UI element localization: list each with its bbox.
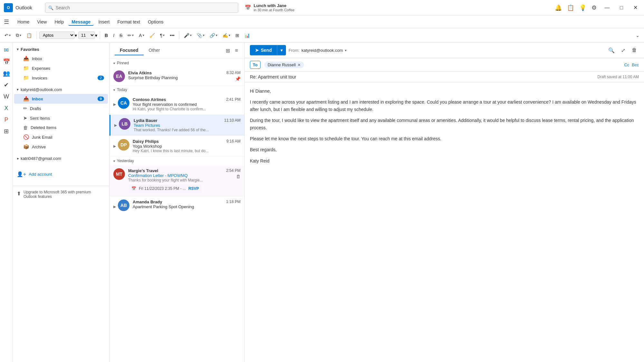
sidebar-item-deleted[interactable]: 🗑 Deleted Items xyxy=(14,123,108,132)
avatar-contoso: CA xyxy=(118,97,129,109)
email-meta-amanda: 1:18 PM xyxy=(226,200,241,204)
from-caret-icon[interactable]: ▾ xyxy=(345,49,346,52)
lightbulb-icon[interactable]: 💡 xyxy=(579,4,586,11)
sidebar-item-archive[interactable]: 📦 Archive xyxy=(14,142,108,152)
email-item-elvia[interactable]: EA Elvia Atkins Surprise Birthday Planni… xyxy=(109,67,244,86)
yesterday-section-label[interactable]: ▾ Yesterday xyxy=(109,157,244,165)
add-account-button[interactable]: 👤+ Add account xyxy=(13,168,109,181)
email-preview-daisy: Hey Katri, I know this is last minute, b… xyxy=(133,149,224,153)
rsvp-button[interactable]: RSVP xyxy=(188,186,199,191)
sidebar-item-invoices[interactable]: 📁 Invoices 2 xyxy=(14,73,108,83)
menu-insert[interactable]: Insert xyxy=(95,18,113,26)
expand-button[interactable]: ⌄ xyxy=(634,32,641,39)
expand-amanda-icon[interactable]: ▶ xyxy=(113,205,116,209)
more-button[interactable]: ••• xyxy=(168,32,176,39)
dictate-button[interactable]: 🎤▾ xyxy=(182,32,194,39)
font-size-select[interactable]: 11 12 14 xyxy=(78,32,95,39)
menu-view[interactable]: View xyxy=(34,18,50,26)
sidebar-item-junk[interactable]: 🚫 Junk Email xyxy=(14,132,108,142)
paragraph-button[interactable]: ¶▾ xyxy=(158,32,167,39)
compose-signature: Katy Reid xyxy=(250,157,639,164)
discard-button[interactable]: 🗑 xyxy=(630,46,639,54)
clipboard-icon[interactable]: 📋 xyxy=(567,4,574,11)
signature-button[interactable]: ✍▾ xyxy=(221,32,232,39)
sidebar-icon-apps[interactable]: ⊞ xyxy=(1,126,12,136)
bcc-button[interactable]: Bcc xyxy=(632,62,639,67)
remove-recipient-button[interactable]: ✕ xyxy=(298,63,301,67)
compose-toolbar: ➤ Send ▾ From: katyreid@outlook.com ▾ 🔍 … xyxy=(245,42,644,58)
sidebar-content: ▾ Favorites 📥 Inbox 📁 Expenses 📁 Invoice… xyxy=(13,42,109,362)
tab-focused[interactable]: Focused xyxy=(115,46,144,55)
sidebar-icon-calendar[interactable]: 📅 xyxy=(1,57,12,67)
today-section-label[interactable]: ▾ Today xyxy=(109,86,244,94)
compose-body[interactable]: Hi Dianne, I recently came across your a… xyxy=(245,82,644,362)
email-item-amanda[interactable]: ▶ AB Amanda Brady Apartment Parking Spot… xyxy=(109,196,244,214)
sidebar-icon-people[interactable]: 👥 xyxy=(1,68,12,79)
link-button[interactable]: 🔗▾ xyxy=(208,32,219,39)
invoices-icon: 📁 xyxy=(23,75,29,81)
email-item-daisy[interactable]: ▶ DP Daisy Philips Yoga Workshop Hey Kat… xyxy=(109,136,244,157)
menu-message[interactable]: Message xyxy=(68,18,94,26)
search-input[interactable] xyxy=(45,3,238,13)
copy-button[interactable]: ⧉▾ xyxy=(14,31,23,39)
sidebar-icon-word[interactable]: W xyxy=(1,91,12,102)
pinned-section-label[interactable]: ▾ Pinned xyxy=(109,59,244,67)
sidebar-icon-tasks[interactable]: ✔ xyxy=(1,80,12,90)
popout-button[interactable]: ⤢ xyxy=(619,46,627,55)
email-item-margies[interactable]: MT Margie's Travel Confirmation Letter -… xyxy=(109,165,244,196)
recipient-chip[interactable]: Dianne Russell ✕ xyxy=(264,61,304,68)
upgrade-banner[interactable]: ⬆ Upgrade to Microsoft 365 with premium … xyxy=(13,186,109,203)
settings-icon[interactable]: ⚙ xyxy=(592,4,597,11)
expand-lydia-icon[interactable]: ▶ xyxy=(114,123,117,127)
search-bar[interactable]: 🔍 xyxy=(45,3,238,13)
tab-other[interactable]: Other xyxy=(144,46,165,55)
menu-format-text[interactable]: Format text xyxy=(114,18,143,26)
sidebar-icon-mail[interactable]: ✉ xyxy=(1,45,12,55)
highlight-button[interactable]: ✏▾ xyxy=(126,32,136,39)
sidebar-item-expenses[interactable]: 📁 Expenses xyxy=(14,63,108,73)
chart-button[interactable]: 📊 xyxy=(242,32,252,39)
filter-icon[interactable]: ≡ xyxy=(234,46,239,55)
italic-button[interactable]: I xyxy=(111,32,116,39)
font-color-button[interactable]: A▾ xyxy=(137,32,146,39)
cc-button[interactable]: Cc xyxy=(624,62,629,67)
send-button[interactable]: ➤ Send ▾ xyxy=(250,45,286,55)
favorites-section-header[interactable]: ▾ Favorites xyxy=(13,45,109,54)
menu-help[interactable]: Help xyxy=(51,18,67,26)
sidebar-item-inbox-fav[interactable]: 📥 Inbox xyxy=(14,54,108,63)
deleted-label: Deleted Items xyxy=(31,125,56,130)
table-button[interactable]: ⊞ xyxy=(233,32,241,39)
undo-button[interactable]: ↶▾ xyxy=(3,32,13,39)
expand-daisy-icon[interactable]: ▶ xyxy=(113,144,116,148)
account1-header[interactable]: ▾ katyreid@outlook.com xyxy=(13,85,109,94)
send-button-main[interactable]: ➤ Send xyxy=(250,45,277,55)
grid-view-icon[interactable]: ⊞ xyxy=(224,46,231,55)
expand-contoso-icon[interactable]: ▶ xyxy=(113,102,116,107)
menu-home[interactable]: Home xyxy=(14,18,33,26)
clear-format-button[interactable]: 🧹 xyxy=(147,32,157,39)
account2-header[interactable]: ▾ katri0487@gmail.com xyxy=(13,154,109,163)
email-item-lydia[interactable]: ▶ LB Lydia Bauer Team Pictures That work… xyxy=(109,115,244,136)
zoom-button[interactable]: 🔍 xyxy=(606,46,617,55)
sidebar-icon-excel[interactable]: X xyxy=(1,103,12,113)
minimize-button[interactable]: — xyxy=(602,4,612,12)
strikethrough-button[interactable]: S xyxy=(118,32,124,39)
attach-button[interactable]: 📎▾ xyxy=(195,32,206,39)
close-button[interactable]: ✕ xyxy=(631,3,640,12)
menu-options[interactable]: Options xyxy=(145,18,166,26)
subject-input[interactable] xyxy=(250,74,597,79)
send-caret-icon[interactable]: ▾ xyxy=(277,45,286,55)
svg-text:O: O xyxy=(7,5,10,10)
sidebar-item-sent[interactable]: ➤ Sent Items xyxy=(14,113,108,123)
maximize-button[interactable]: □ xyxy=(617,4,626,12)
bell-icon[interactable]: 🔔 xyxy=(555,4,562,11)
email-item-contoso[interactable]: ▶ CA Contoso Airlines Your flight reserv… xyxy=(109,94,244,115)
bold-button[interactable]: B xyxy=(103,32,110,39)
hamburger-menu[interactable]: ☰ xyxy=(4,18,9,25)
font-family-select[interactable]: Aptos Arial Calibri xyxy=(39,32,75,39)
sidebar-item-inbox-main[interactable]: 📥 Inbox 9 xyxy=(14,94,108,104)
sidebar-icon-powerpoint[interactable]: P xyxy=(1,115,12,125)
calendar-reminder[interactable]: 📅 Lunch with Jane in 30 min at Fourth Co… xyxy=(245,3,295,12)
sidebar-item-drafts[interactable]: ✏ Drafts xyxy=(14,104,108,113)
paste-button[interactable]: 📋 xyxy=(24,32,34,39)
